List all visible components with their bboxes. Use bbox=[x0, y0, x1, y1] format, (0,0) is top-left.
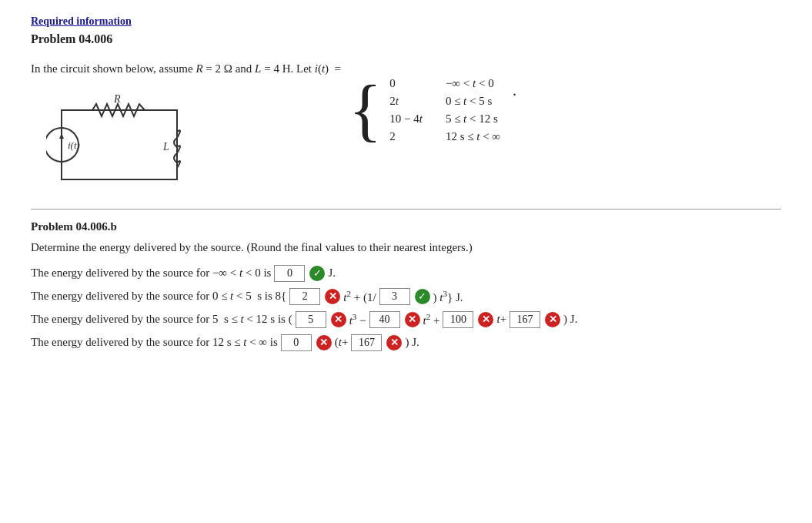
row4-mid1: (t+ bbox=[335, 336, 349, 349]
svg-marker-10 bbox=[59, 133, 64, 139]
row3-mid3: t+ bbox=[496, 313, 506, 326]
row4-label: The energy delivered by the source for 1… bbox=[31, 336, 278, 349]
piecewise-function: { 0 −∞ < t < 0 2t 0 ≤ t < 5 s 10 − 4t 5 … bbox=[349, 75, 516, 145]
piecewise-cond-2: 0 ≤ t < 5 s bbox=[446, 95, 500, 108]
row3-label: The energy delivered by the source for 5… bbox=[31, 313, 292, 326]
row4-box2[interactable]: 167 bbox=[351, 334, 382, 351]
svg-text:L: L bbox=[162, 141, 169, 153]
circuit-description: In the circuit shown below, assume R = 2… bbox=[31, 60, 341, 78]
row2-box2[interactable]: 3 bbox=[379, 288, 410, 305]
row3-x-icon2: ✕ bbox=[405, 312, 420, 327]
row1-suffix: J. bbox=[328, 267, 336, 280]
row3-x-icon1: ✕ bbox=[331, 312, 346, 327]
row2-mid2: ) t3} J. bbox=[433, 289, 463, 304]
piecewise-table: 0 −∞ < t < 0 2t 0 ≤ t < 5 s 10 − 4t 5 ≤ … bbox=[389, 77, 500, 143]
row2-mid1: t2 + (1/ bbox=[343, 289, 376, 304]
row4-box1[interactable]: 0 bbox=[281, 334, 312, 351]
problem-title: Problem 04.006 bbox=[31, 32, 781, 46]
answer-row-4: The energy delivered by the source for 1… bbox=[31, 334, 781, 351]
left-brace: { bbox=[349, 75, 382, 145]
piecewise-val-3: 10 − 4t bbox=[389, 112, 423, 126]
row2-box1[interactable]: 2 bbox=[289, 288, 320, 305]
piecewise-val-2: 2t bbox=[389, 95, 423, 108]
row3-box2[interactable]: 40 bbox=[369, 311, 400, 328]
row1-box1[interactable]: 0 bbox=[274, 265, 305, 282]
problem-b-title: Problem 04.006.b bbox=[31, 220, 781, 233]
row4-suffix: ) J. bbox=[405, 336, 419, 349]
row2-label: The energy delivered by the source for 0… bbox=[31, 290, 286, 303]
row1-check-icon: ✓ bbox=[309, 266, 325, 281]
piecewise-val-4: 2 bbox=[389, 130, 423, 143]
piecewise-cond-4: 12 s ≤ t < ∞ bbox=[446, 130, 500, 143]
row1-label: The energy delivered by the source for −… bbox=[31, 267, 271, 280]
row4-x-icon1: ✕ bbox=[316, 335, 332, 350]
period-punctuation: . bbox=[513, 82, 516, 99]
row3-box3[interactable]: 100 bbox=[443, 311, 473, 328]
answer-row-3: The energy delivered by the source for 5… bbox=[31, 311, 781, 328]
svg-text:i(t): i(t) bbox=[68, 139, 80, 151]
row3-mid2: t2 + bbox=[423, 312, 440, 327]
row3-x-icon4: ✕ bbox=[545, 312, 560, 327]
row3-suffix: ) J. bbox=[563, 313, 577, 326]
piecewise-val-1: 0 bbox=[389, 77, 423, 90]
svg-text:R: R bbox=[113, 95, 121, 105]
piecewise-cond-3: 5 ≤ t < 12 s bbox=[446, 112, 500, 126]
row3-box1[interactable]: 5 bbox=[296, 311, 326, 328]
row4-x-icon2: ✕ bbox=[386, 335, 402, 350]
row3-x-icon3: ✕ bbox=[478, 312, 493, 327]
row2-x-icon1: ✕ bbox=[325, 289, 340, 304]
section-divider bbox=[31, 209, 781, 210]
circuit-diagram: R L bbox=[46, 95, 192, 195]
row2-check-icon: ✓ bbox=[415, 289, 430, 304]
problem-b-description: Determine the energy delivered by the so… bbox=[31, 241, 781, 254]
piecewise-cond-1: −∞ < t < 0 bbox=[446, 77, 500, 90]
answer-row-1: The energy delivered by the source for −… bbox=[31, 265, 781, 282]
answer-row-2: The energy delivered by the source for 0… bbox=[31, 288, 781, 305]
row3-mid1: t3 − bbox=[349, 312, 366, 327]
required-info-label: Required information bbox=[31, 15, 781, 28]
row3-box4[interactable]: 167 bbox=[510, 311, 540, 328]
